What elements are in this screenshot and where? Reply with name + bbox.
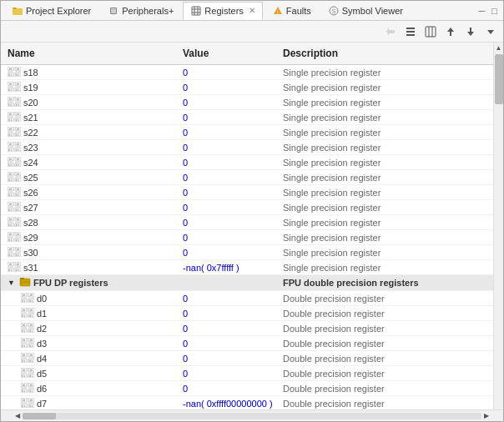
reg-value-cell: 0 [176,230,276,244]
reg-desc-cell: Single precision register [276,200,493,214]
reg-desc-cell: Single precision register [276,110,493,124]
table-row[interactable]: 10 10 01 01 s290Single precision registe… [1,230,493,245]
reg-name-label: s19 [23,83,38,93]
svg-text:10: 10 [8,158,12,161]
svg-text:10: 10 [22,339,25,342]
svg-marker-21 [467,28,474,36]
reg-name-label: d7 [37,399,47,409]
table-row[interactable]: 10 10 01 01 d20Double precision register [1,321,493,336]
table-row[interactable]: 10 10 01 01 d00Double precision register [1,291,493,306]
reg-name-cell: 10 10 01 01 d2 [1,321,176,335]
table-row[interactable]: 10 10 01 01 s230Single precision registe… [1,140,493,155]
svg-text:10: 10 [16,248,19,251]
svg-rect-14 [406,28,415,29]
reg-value-cell: 0 [176,336,276,350]
menu-button[interactable] [481,23,500,40]
import-button[interactable] [461,23,480,40]
table-row[interactable]: 10 10 01 01 s200Single precision registe… [1,95,493,110]
minimize-icon[interactable]: ─ [476,6,488,16]
warning-icon: ! [272,5,284,17]
svg-text:01: 01 [22,404,25,408]
table-row[interactable]: 10 10 01 01 s300Single precision registe… [1,245,493,260]
svg-text:10: 10 [22,294,25,297]
register-icon: 10 10 01 01 [8,217,21,229]
scroll-left-arrow[interactable]: ◀ [13,411,23,421]
reg-name-cell: 10 10 01 01 s29 [1,230,176,244]
horizontal-scrollbar[interactable]: ◀ ▶ [1,409,503,421]
svg-text:01: 01 [16,88,19,92]
svg-text:10: 10 [22,384,25,387]
table-row[interactable]: 10 10 01 01 s270Single precision registe… [1,200,493,215]
tab-bar: Project Explorer Peripherals+ Registers … [1,1,503,21]
reg-name-label: s22 [23,128,38,138]
export-button[interactable] [441,23,460,40]
table-row[interactable]: 10 10 01 01 s210Single precision registe… [1,110,493,125]
tab-registers[interactable]: Registers ✕ [183,2,262,20]
table-row[interactable]: ▼ FPU DP registersFPU double precision r… [1,275,493,291]
table-row[interactable]: 10 10 01 01 d50Double precision register [1,366,493,381]
tab-faults-label: Faults [286,6,311,16]
table-row[interactable]: 10 10 01 01 s260Single precision registe… [1,185,493,200]
svg-text:10: 10 [22,354,25,357]
table-row[interactable]: 10 10 01 01 d7-nan(0xffff00000000)Double… [1,396,493,409]
table-row[interactable]: 10 10 01 01 d60Double precision register [1,381,493,396]
chevron-down-icon[interactable]: ▼ [8,279,15,287]
table-row[interactable]: 10 10 01 01 d30Double precision register [1,336,493,351]
scroll-right-arrow[interactable]: ▶ [481,411,491,421]
tab-peripherals[interactable]: Peripherals+ [100,2,181,20]
h-scroll-thumb[interactable] [23,413,56,419]
table-row[interactable]: 10 10 01 01 s240Single precision registe… [1,155,493,170]
back-button[interactable] [381,23,400,40]
reg-desc-cell: Double precision register [276,351,493,365]
maximize-icon[interactable]: □ [489,6,500,16]
group-value-cell [176,275,276,290]
reg-name-cell: 10 10 01 01 d5 [1,366,176,380]
table-row[interactable]: 10 10 01 01 d10Double precision register [1,306,493,321]
list-button[interactable] [401,23,420,40]
svg-text:01: 01 [29,344,33,348]
reg-desc-cell: Double precision register [276,336,493,350]
table-row[interactable]: 10 10 01 01 s280Single precision registe… [1,215,493,230]
table-row[interactable]: 10 10 01 01 d40Double precision register [1,351,493,366]
table-body[interactable]: 10 10 01 01 s180Single precision registe… [1,65,493,409]
svg-text:01: 01 [22,299,25,303]
svg-text:10: 10 [8,98,12,101]
table-row[interactable]: 10 10 01 01 s220Single precision registe… [1,125,493,140]
reg-name-cell: 10 10 01 01 d0 [1,291,176,305]
columns-button[interactable] [421,23,440,40]
reg-desc-cell: Single precision register [276,80,493,94]
svg-text:01: 01 [8,73,12,77]
tab-symbol-viewer[interactable]: S Symbol Viewer [320,2,411,20]
group-desc-cell: FPU double precision registers [276,275,493,290]
tab-project-explorer[interactable]: Project Explorer [4,2,98,20]
register-icon: 10 10 01 01 [8,202,21,214]
vertical-scrollbar[interactable]: ▲ [493,43,503,409]
register-icon: 10 10 01 01 [8,127,21,138]
svg-text:01: 01 [16,103,19,107]
reg-name-label: d6 [37,384,47,394]
reg-name-label: d3 [37,339,47,349]
reg-desc-cell: Single precision register [276,230,493,244]
reg-value-cell: 0 [176,215,276,229]
tab-faults[interactable]: ! Faults [265,2,319,20]
close-icon[interactable]: ✕ [249,6,255,15]
scroll-up-arrow[interactable]: ▲ [494,43,504,53]
reg-value-cell: -nan(0xffff00000000) [176,396,276,409]
reg-value-cell: 0 [176,351,276,365]
reg-desc-cell: Single precision register [276,260,493,274]
svg-text:01: 01 [16,163,19,167]
reg-value-cell: 0 [176,185,276,199]
table-row[interactable]: 10 10 01 01 s180Single precision registe… [1,65,493,80]
table-row[interactable]: 10 10 01 01 s31-nan(0x7fffff)Single prec… [1,260,493,275]
register-icon: 10 10 01 01 [8,67,21,78]
table-row[interactable]: 10 10 01 01 s190Single precision registe… [1,80,493,95]
svg-text:10: 10 [16,143,19,146]
reg-value-cell: 0 [176,95,276,109]
reg-name-cell: 10 10 01 01 s20 [1,95,176,109]
tab-project-explorer-label: Project Explorer [26,6,91,16]
svg-marker-13 [386,28,395,36]
table-row[interactable]: 10 10 01 01 s250Single precision registe… [1,170,493,185]
reg-name-label: d2 [37,324,47,334]
scroll-thumb-v[interactable] [495,54,503,104]
svg-text:01: 01 [8,193,12,197]
